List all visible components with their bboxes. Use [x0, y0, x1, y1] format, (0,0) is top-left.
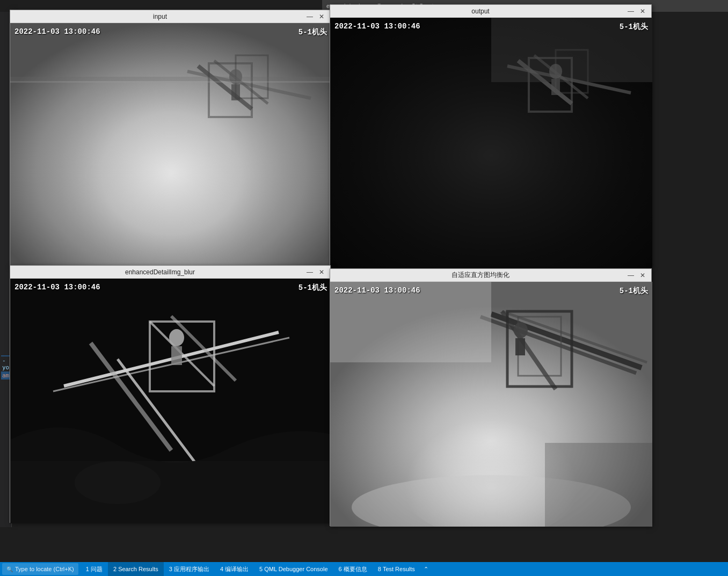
tab-test-results[interactable]: 8 Test Results — [373, 562, 420, 576]
tab-qml-num: 5 — [259, 566, 263, 572]
enhanced-minimize-btn[interactable]: — — [305, 268, 314, 276]
tab-search-label: Search Results — [118, 566, 158, 572]
adaptive-window: 自适应直方图均衡化 — ✕ — [330, 268, 652, 526]
output-titlebar[interactable]: output — ✕ — [330, 5, 651, 18]
output-image — [330, 18, 652, 268]
output-title: output — [334, 8, 627, 15]
input-image — [10, 23, 331, 268]
enhanced-titlebar[interactable]: enhancedDetailImg_blur — ✕ — [10, 266, 330, 279]
output-camera: 5-1机头 — [620, 22, 648, 32]
adaptive-controls: — ✕ — [627, 272, 647, 279]
adaptive-minimize-btn[interactable]: — — [627, 272, 635, 279]
enhanced-timestamp: 2022-11-03 13:00:46 — [14, 283, 100, 291]
svg-point-29 — [169, 329, 184, 346]
tab-search-results[interactable]: 2 Search Results — [108, 562, 164, 576]
tab-app-output[interactable]: 3 应用程序输出 — [164, 562, 215, 576]
adaptive-timestamp: 2022-11-03 13:00:46 — [334, 286, 420, 295]
search-placeholder-text: Type to locate (Ctrl+K) — [15, 566, 74, 572]
tab-compile-output[interactable]: 4 编译输出 — [215, 562, 254, 576]
output-controls: — ✕ — [627, 8, 647, 15]
svg-point-41 — [514, 322, 528, 338]
adaptive-close-btn[interactable]: ✕ — [638, 272, 647, 279]
svg-rect-30 — [171, 346, 182, 365]
enhanced-close-btn[interactable]: ✕ — [317, 268, 326, 276]
tab-search-num: 2 — [113, 566, 117, 572]
tab-arrow[interactable]: ⌃ — [420, 562, 432, 576]
tab-qml-debugger[interactable]: 5 QML Debugger Console — [254, 562, 333, 576]
tab-problems-label: 问题 — [91, 565, 103, 573]
adaptive-content: 2022-11-03 13:00:46 5-1机头 — [330, 282, 652, 527]
input-minimize-btn[interactable]: — — [305, 13, 314, 20]
tab-compile-label: 编译输出 — [225, 565, 249, 573]
output-content: 2022-11-03 13:00:46 5-1机头 — [330, 18, 652, 268]
adaptive-image — [330, 282, 652, 527]
search-icon: 🔍 — [6, 566, 13, 572]
enhanced-controls: — ✕ — [305, 268, 326, 276]
output-close-btn[interactable]: ✕ — [638, 8, 647, 15]
enhanced-window: enhancedDetailImg_blur — ✕ — [10, 265, 331, 523]
input-camera: 5-1机头 — [299, 27, 327, 37]
search-area[interactable]: 🔍 Type to locate (Ctrl+K) — [2, 563, 78, 575]
enhanced-camera: 5-1机头 — [299, 283, 327, 293]
enhanced-image — [10, 279, 331, 523]
statusbar-tabs: 1 问题 2 Search Results 3 应用程序输出 4 编译输出 5 … — [81, 562, 728, 576]
input-controls: — ✕ — [305, 13, 326, 20]
svg-rect-8 — [231, 84, 240, 100]
input-title: input — [14, 13, 305, 20]
statusbar: 🔍 Type to locate (Ctrl+K) 1 问题 2 Search … — [0, 562, 728, 576]
input-window: input — ✕ — [10, 10, 331, 267]
tab-overview-label: 概要信息 — [344, 565, 367, 573]
input-content: 2022-11-03 13:00:46 5-1机头 — [10, 23, 331, 268]
svg-rect-10 — [10, 81, 331, 83]
svg-rect-42 — [515, 338, 525, 355]
adaptive-titlebar[interactable]: 自适应直方图均衡化 — ✕ — [330, 269, 651, 282]
adaptive-camera: 5-1机头 — [620, 286, 648, 296]
tab-overview-num: 6 — [339, 566, 342, 572]
enhanced-title: enhancedDetailImg_blur — [14, 268, 305, 276]
output-minimize-btn[interactable]: — — [627, 8, 635, 15]
input-timestamp: 2022-11-03 13:00:46 — [14, 27, 100, 36]
tab-overview[interactable]: 6 概要信息 — [333, 562, 373, 576]
output-timestamp: 2022-11-03 13:00:46 — [334, 22, 420, 31]
tab-app-label: 应用程序输出 — [174, 565, 209, 573]
tab-app-num: 3 — [169, 566, 172, 572]
tab-qml-label: QML Debugger Console — [264, 566, 327, 572]
left-panel-item-2: -yo — [1, 356, 10, 371]
tab-test-num: 8 — [378, 566, 381, 572]
tab-test-label: Test Results — [383, 566, 415, 572]
left-panel-item-3: amp — [1, 371, 10, 380]
input-titlebar[interactable]: input — ✕ — [10, 10, 330, 23]
output-window: output — ✕ — [330, 4, 652, 267]
tab-problems[interactable]: 1 问题 — [81, 562, 108, 576]
tab-compile-num: 4 — [220, 566, 223, 572]
input-close-btn[interactable]: ✕ — [317, 13, 326, 20]
enhanced-content: 2022-11-03 13:00:46 5-1机头 — [10, 279, 331, 523]
adaptive-title: 自适应直方图均衡化 — [334, 271, 627, 280]
svg-rect-45 — [545, 443, 652, 527]
svg-rect-9 — [10, 77, 331, 81]
tab-problems-num: 1 — [86, 566, 89, 572]
